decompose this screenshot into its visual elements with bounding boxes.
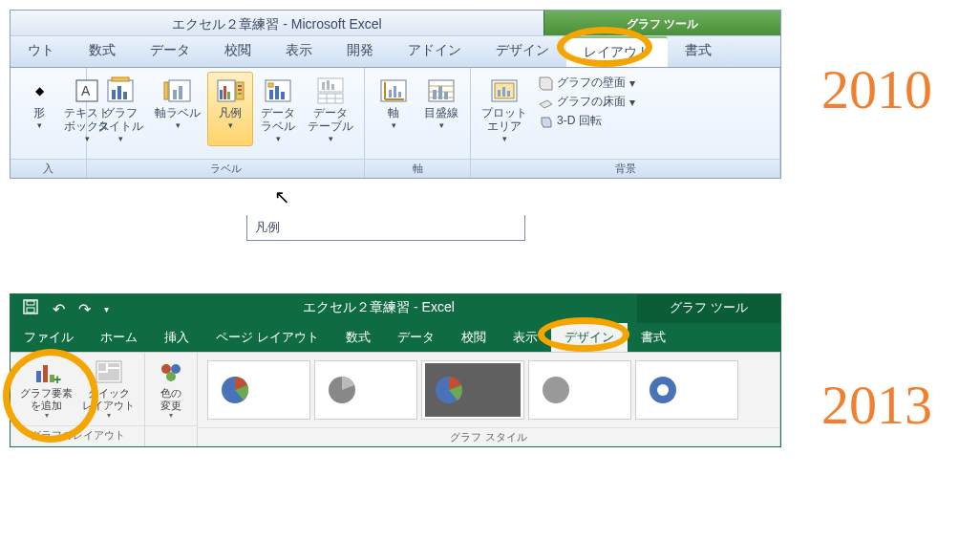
svg-rect-6 bbox=[112, 77, 129, 81]
chart-style-gallery[interactable] bbox=[203, 357, 774, 423]
rotation-3d-button[interactable]: 3-D 回転 bbox=[534, 112, 639, 130]
svg-rect-16 bbox=[238, 85, 242, 87]
svg-rect-18 bbox=[238, 93, 242, 95]
svg-rect-53 bbox=[24, 300, 37, 314]
chart-style-thumb[interactable] bbox=[314, 360, 417, 420]
svg-rect-22 bbox=[281, 92, 285, 99]
shapes-button-fragment[interactable]: ◆ 形▾ bbox=[16, 72, 62, 146]
svg-rect-63 bbox=[108, 369, 119, 373]
tab-review-2013[interactable]: 校閲 bbox=[448, 323, 500, 352]
excel-2010-ribbon: エクセル２章練習 - Microsoft Excel グラフ ツール ウト 数式… bbox=[10, 10, 781, 179]
tab-pagelayout-2013[interactable]: ページ レイアウト bbox=[202, 323, 332, 352]
tab-view-2013[interactable]: 表示 bbox=[500, 323, 551, 352]
shape-icon: ◆ bbox=[23, 75, 55, 107]
year-label-2013: 2013 bbox=[821, 373, 932, 437]
quick-layout-button[interactable]: クイック レイアウト▾ bbox=[78, 357, 138, 422]
tab-design-2010[interactable]: デザイン bbox=[479, 36, 566, 67]
svg-marker-50 bbox=[540, 77, 552, 90]
tab-insert-2013[interactable]: 挿入 bbox=[151, 323, 202, 352]
add-chart-element-button[interactable]: + グラフ要素 を追加▾ bbox=[16, 357, 76, 422]
svg-rect-36 bbox=[394, 86, 396, 97]
svg-marker-51 bbox=[540, 100, 552, 108]
group-label-colors bbox=[145, 425, 197, 442]
svg-rect-12 bbox=[220, 90, 223, 99]
data-labels-icon bbox=[262, 75, 294, 107]
group-chart-layouts-2013: + グラフ要素 を追加▾ クイック レイアウト▾ グラフのレイアウト bbox=[11, 353, 145, 446]
quick-layout-icon bbox=[93, 358, 125, 387]
chart-floor-icon bbox=[538, 95, 553, 110]
tab-format-2013[interactable]: 書式 bbox=[628, 323, 679, 352]
gridlines-button[interactable]: 目盛線▾ bbox=[418, 72, 464, 133]
plot-area-icon bbox=[488, 75, 521, 107]
undo-icon[interactable]: ↶ bbox=[53, 300, 65, 318]
chart-floor-button[interactable]: グラフの床面▾ bbox=[534, 93, 639, 111]
qat-customize-icon[interactable]: ▾ bbox=[104, 304, 109, 314]
tab-formulas-2013[interactable]: 数式 bbox=[332, 323, 384, 352]
group-label-axes: 軸 bbox=[365, 159, 470, 178]
svg-rect-57 bbox=[43, 365, 48, 382]
chart-style-thumb[interactable] bbox=[635, 360, 738, 420]
save-icon[interactable] bbox=[22, 298, 39, 319]
rotation-3d-icon bbox=[538, 114, 553, 129]
legend-tooltip-strip: 凡例 bbox=[246, 215, 525, 241]
tab-developer[interactable]: 開発 bbox=[330, 36, 391, 67]
chart-title-icon bbox=[104, 75, 137, 107]
svg-rect-21 bbox=[275, 86, 279, 99]
chart-style-thumb[interactable] bbox=[528, 360, 631, 420]
redo-icon[interactable]: ↷ bbox=[78, 300, 91, 318]
tab-design-2013[interactable]: デザイン bbox=[551, 323, 628, 352]
svg-rect-47 bbox=[498, 90, 501, 97]
svg-rect-4 bbox=[117, 86, 121, 99]
chart-style-thumb[interactable] bbox=[421, 360, 524, 420]
tab-addins[interactable]: アドイン bbox=[391, 36, 479, 67]
axes-icon bbox=[377, 75, 410, 107]
chart-title-button[interactable]: グラフ タイトル▾ bbox=[93, 72, 148, 146]
svg-rect-54 bbox=[27, 301, 34, 305]
tab-layout-partial[interactable]: ウト bbox=[11, 36, 72, 67]
axis-title-icon bbox=[161, 75, 194, 107]
tab-format-2010[interactable]: 書式 bbox=[668, 36, 729, 67]
data-table-icon bbox=[314, 75, 347, 107]
svg-rect-56 bbox=[36, 371, 41, 382]
window-title-2010: エクセル２章練習 - Microsoft Excel bbox=[11, 11, 543, 35]
chart-tools-tab-group-2013: グラフ ツール bbox=[637, 294, 780, 323]
data-labels-button[interactable]: データ ラベル▾ bbox=[255, 72, 301, 146]
tab-view[interactable]: 表示 bbox=[268, 36, 330, 67]
group-label-chart-layouts: グラフのレイアウト bbox=[11, 425, 144, 444]
tab-file-2013[interactable]: ファイル bbox=[11, 323, 87, 352]
legend-button[interactable]: 凡例▾ bbox=[207, 72, 253, 146]
svg-point-72 bbox=[543, 377, 569, 403]
svg-rect-62 bbox=[108, 363, 119, 367]
svg-rect-5 bbox=[123, 92, 127, 99]
group-label-labels: ラベル bbox=[87, 159, 364, 178]
axis-titles-button[interactable]: 軸ラベル▾ bbox=[150, 72, 205, 146]
tab-home-2013[interactable]: ホーム bbox=[87, 323, 151, 352]
group-labels-2010: グラフ タイトル▾ 軸ラベル▾ 凡例▾ bbox=[87, 68, 365, 178]
svg-rect-43 bbox=[438, 86, 442, 99]
svg-rect-9 bbox=[179, 86, 182, 99]
gridlines-icon bbox=[425, 75, 458, 107]
tab-data-2013[interactable]: データ bbox=[384, 323, 448, 352]
chart-style-thumb[interactable] bbox=[207, 360, 310, 420]
chart-wall-button[interactable]: グラフの壁面▾ bbox=[534, 74, 639, 92]
year-label-2010: 2010 bbox=[821, 57, 932, 121]
tab-chart-layout-2010[interactable]: レイアウト bbox=[566, 36, 668, 67]
add-chart-element-icon: + bbox=[31, 358, 63, 387]
change-colors-button[interactable]: 色の 変更▾ bbox=[151, 357, 191, 422]
svg-rect-35 bbox=[389, 90, 392, 97]
group-insert-2010: ◆ 形▾ A テキスト ボックス▾ 入 bbox=[11, 68, 87, 178]
plot-area-button[interactable]: プロット エリア▾ bbox=[477, 72, 532, 146]
group-label-insert: 入 bbox=[11, 159, 86, 178]
svg-text:+: + bbox=[53, 372, 61, 386]
tab-data[interactable]: データ bbox=[133, 36, 207, 67]
svg-rect-25 bbox=[322, 82, 325, 90]
group-background-2010: プロット エリア▾ グラフの壁面▾ bbox=[471, 68, 780, 178]
tab-review[interactable]: 校閲 bbox=[207, 36, 268, 67]
svg-rect-20 bbox=[269, 90, 273, 99]
svg-rect-64 bbox=[98, 373, 119, 380]
data-table-button[interactable]: データ テーブル▾ bbox=[303, 72, 358, 146]
tab-formulas[interactable]: 数式 bbox=[72, 36, 133, 67]
svg-rect-48 bbox=[502, 87, 505, 97]
chart-tools-tab-group-2010: グラフ ツール bbox=[543, 11, 780, 35]
axes-button[interactable]: 軸▾ bbox=[371, 72, 416, 133]
